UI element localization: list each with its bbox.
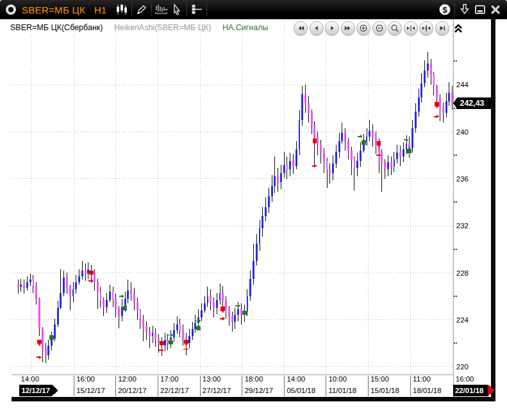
chart-nav-toolbar	[294, 21, 465, 35]
time-tick-label: 16:00	[456, 375, 474, 383]
heikenashi-body	[118, 309, 120, 316]
heikenashi-body	[228, 309, 230, 316]
heikenashi-body	[292, 161, 294, 165]
heikenashi-body	[427, 63, 429, 71]
heikenashi-body	[237, 309, 239, 315]
compress-bars-button[interactable]	[419, 21, 433, 35]
go-to-end-button[interactable]	[435, 21, 449, 35]
chart-background	[12, 19, 495, 401]
sell-signal-marker	[160, 341, 164, 346]
zoom-out-button[interactable]	[372, 21, 386, 35]
legend-heikenashi-series[interactable]: HeikenAshi(SBER=МБ ЦК)	[114, 23, 212, 32]
legend-signals-series[interactable]: НА.Сигналы	[222, 23, 269, 32]
time-tick-label: 18:00	[245, 375, 263, 383]
toolbar-separator	[454, 3, 455, 16]
step-backward-button[interactable]	[310, 21, 324, 35]
heikenashi-body	[192, 329, 194, 336]
heikenashi-body	[311, 113, 313, 124]
heikenashi-body	[85, 271, 87, 274]
heikenashi-body	[387, 162, 389, 169]
heikenashi-body	[234, 315, 236, 322]
price-tick-label: 224	[456, 316, 469, 324]
heikenashi-body	[194, 323, 196, 329]
heikenashi-body	[424, 71, 426, 83]
heikenashi-body	[301, 94, 303, 120]
minimize-icon[interactable]	[472, 2, 488, 17]
candles-icon[interactable]	[114, 2, 129, 17]
window-title: SBER=МБ ЦК	[22, 4, 85, 15]
buy-signal-marker	[242, 311, 247, 315]
price-minor-tick	[456, 249, 457, 250]
heikenashi-body	[188, 336, 190, 343]
heikenashi-body	[69, 287, 71, 296]
legend-main-series[interactable]: SBER=МБ ЦК(Сбербанк)	[10, 23, 103, 32]
heikenashi-body	[299, 120, 301, 149]
heikenashi-body	[72, 289, 74, 296]
heikenashi-body	[375, 138, 377, 145]
heikenashi-body	[433, 74, 435, 86]
heikenashi-body	[356, 161, 358, 168]
heikenashi-body	[127, 290, 129, 299]
heikenashi-body	[249, 279, 251, 296]
date-tick-label: 15/12/17	[76, 387, 105, 394]
chart-canvas[interactable]: 24424023623222822422014:0012/12/1716:001…	[0, 19, 507, 420]
heikenashi-body	[259, 228, 261, 244]
buy-signal-marker	[169, 340, 173, 345]
heikenashi-body	[109, 292, 111, 300]
heikenashi-body	[47, 346, 49, 355]
heikenashi-body	[289, 161, 291, 169]
download-icon[interactable]	[457, 2, 472, 17]
step-forward-button[interactable]	[325, 21, 339, 35]
heikenashi-body	[420, 83, 422, 97]
heikenashi-body	[313, 124, 315, 136]
heikenashi-body	[403, 149, 404, 156]
price-minor-tick	[454, 155, 455, 156]
date-tick-label: 20/12/17	[118, 387, 147, 394]
timeframe-label: H1	[94, 4, 106, 15]
time-tick-label: 14:00	[287, 375, 306, 383]
heikenashi-body	[81, 271, 83, 276]
heikenashi-body	[173, 330, 175, 337]
heikenashi-body	[133, 294, 135, 302]
heikenashi-body	[97, 282, 99, 292]
pencil-icon[interactable]	[134, 2, 149, 17]
fast-forward-button[interactable]	[341, 21, 355, 35]
date-tick-label: 18/01/18	[413, 387, 442, 394]
date-tick-label: 15/01/18	[370, 387, 399, 394]
heikenashi-body	[204, 303, 206, 310]
heikenashi-body	[63, 278, 65, 293]
fast-backward-button[interactable]	[294, 21, 308, 35]
zoom-tool-button[interactable]	[388, 21, 402, 35]
cursor-icon[interactable]	[169, 2, 185, 17]
heikenashi-body	[154, 333, 156, 339]
heikenashi-body	[179, 324, 181, 330]
heikenashi-body	[436, 86, 438, 97]
heikenashi-body	[140, 310, 142, 319]
date-tick-label: 05/01/18	[287, 387, 316, 394]
heikenashi-body	[231, 316, 233, 322]
heikenashi-body	[42, 329, 44, 349]
heikenashi-body	[94, 273, 96, 282]
heikenashi-body	[115, 299, 117, 309]
time-tick-label: 15:00	[370, 375, 389, 383]
close-icon[interactable]	[488, 2, 503, 17]
zoom-in-button[interactable]	[356, 21, 370, 35]
heikenashi-body	[323, 153, 325, 161]
toolbar-separator	[206, 3, 207, 16]
levels-icon[interactable]	[189, 2, 204, 17]
compress-horizontal-button[interactable]	[404, 21, 418, 35]
heikenashi-body	[201, 310, 203, 317]
heikenashi-body	[256, 244, 258, 261]
heikenashi-body	[384, 162, 386, 169]
heikenashi-body	[277, 176, 279, 182]
price-tick-label: 244	[456, 81, 469, 88]
money-icon[interactable]: $	[437, 2, 453, 17]
time-tick-label: 13:00	[203, 375, 221, 383]
trading-chart-window: SBER=МБ ЦК H1	[0, 0, 507, 420]
heikenashi-body	[430, 63, 432, 74]
chart-tool-icon[interactable]	[154, 2, 169, 17]
heikenashi-body	[326, 161, 328, 169]
buy-signal-marker	[407, 149, 411, 153]
price-tick-label: 232	[456, 222, 469, 230]
collapse-panel-button[interactable]	[452, 21, 465, 35]
